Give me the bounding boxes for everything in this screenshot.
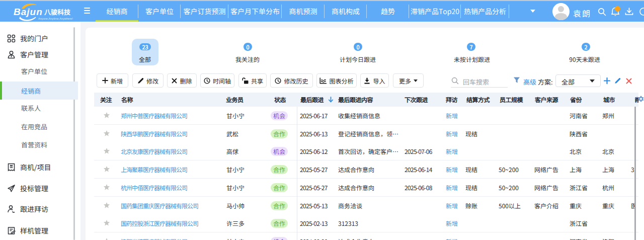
svg-text:Bajun: Bajun bbox=[14, 7, 43, 17]
svg-text:八骏科技: 八骏科技 bbox=[44, 7, 71, 17]
svg-text:Anyone,Anytime,Anywhere!: Anyone,Anytime,Anywhere! bbox=[38, 17, 73, 20]
